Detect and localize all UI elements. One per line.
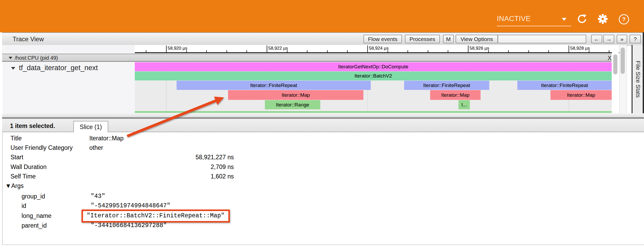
ruler-minor-tick: [488, 50, 489, 52]
file-size-stats-tab[interactable]: File Size Stats: [632, 45, 643, 113]
trace-slice-iterator-finiterepeat[interactable]: Iterator::FiniteRepeat: [177, 81, 371, 90]
ruler-minor-tick: [408, 50, 408, 52]
ruler-minor-tick: [569, 50, 569, 52]
detail-label-title: Title: [11, 135, 22, 142]
select-underline: [497, 26, 571, 26]
detail-value-user-friendly-category: other: [89, 144, 103, 151]
arg-label-long-name: long_name: [22, 212, 51, 219]
arg-value-parent-id: "-344106684136297288": [91, 222, 167, 229]
ruler-minor-tick: [468, 50, 468, 52]
detail-value-wall-duration: 2,709 ns: [108, 163, 234, 171]
trace-slice-iterator-map[interactable]: Iterator::Map: [550, 90, 612, 100]
detail-label-wall-duration: Wall Duration: [11, 163, 47, 171]
ruler-minor-tick: [508, 50, 509, 52]
panel-divider[interactable]: [2, 113, 644, 117]
trace-slice-iterator-batchv2[interactable]: Iterator::BatchV2: [135, 71, 612, 80]
run-status-select[interactable]: INACTIVE: [497, 13, 571, 26]
ruler-minor-tick: [347, 50, 348, 52]
ruler-minor-tick: [206, 50, 207, 52]
toolbar-button-m[interactable]: M: [443, 35, 454, 43]
trace-slice-iterator-map[interactable]: Iterator::Map: [430, 90, 481, 100]
collapse-track-icon[interactable]: [11, 67, 15, 70]
ruler-tick-label: 58,928 µs: [570, 46, 590, 51]
time-ruler: 58,920 µs58,922 µs58,924 µs58,926 µs58,9…: [135, 45, 626, 53]
process-header-row: /host:CPU (pid 49) X: [2, 54, 611, 62]
more-button[interactable]: »: [617, 35, 627, 43]
trace-slice-i[interactable]: I...: [458, 100, 470, 109]
ruler-major-tick: [367, 45, 368, 52]
nav-right-button[interactable]: →: [603, 35, 614, 43]
toolbar-button-processes[interactable]: Processes: [405, 35, 440, 43]
toolbar-button-flow-events[interactable]: Flow events: [363, 35, 402, 43]
ruler-tick-label: 58,924 µs: [369, 46, 389, 51]
detail-value-start: 58,921,227 ns: [108, 154, 234, 161]
ruler-minor-tick: [589, 50, 589, 52]
arg-label-parent-id: parent_id: [22, 222, 47, 229]
track-label-panel: tf_data_iterator_get_next: [3, 62, 135, 113]
trace-slice-iterator-range[interactable]: Iterator::Range: [265, 100, 320, 109]
tab-slice[interactable]: Slice (1): [73, 121, 108, 133]
ruler-minor-tick: [609, 50, 609, 52]
arg-label-id: id: [22, 202, 26, 209]
ruler-minor-tick: [428, 50, 428, 52]
ruler-minor-tick: [528, 50, 529, 52]
analysis-body: TitleIterator::MapUser Friendly Category…: [2, 132, 644, 245]
gear-icon[interactable]: [597, 14, 608, 24]
chevron-down-icon: [562, 18, 566, 21]
ruler-minor-tick: [548, 50, 549, 52]
help-glyph: ?: [622, 16, 626, 23]
trace-slice-iterator-finiterepeat[interactable]: Iterator::FiniteRepeat: [517, 81, 612, 90]
inner-scrollbar-thumb[interactable]: [613, 54, 617, 74]
ruler-tick-label: 58,920 µs: [168, 46, 187, 51]
detail-label-user-friendly-category: User Friendly Category: [11, 144, 73, 151]
refresh-icon[interactable]: [577, 14, 587, 24]
ruler-minor-tick: [388, 50, 388, 52]
ruler-minor-tick: [448, 50, 448, 52]
process-label: /host:CPU (pid 49): [15, 55, 58, 61]
args-section-header[interactable]: ▼Args: [5, 182, 24, 189]
ruler-minor-tick: [186, 50, 187, 52]
app-header: INACTIVE: [0, 0, 644, 32]
arg-label-group-id: group_id: [22, 193, 45, 200]
toolbar-help-button[interactable]: ?: [630, 35, 641, 43]
trace-slice-iterator-map[interactable]: Iterator::Map: [228, 90, 363, 100]
nav-left-button[interactable]: ←: [591, 35, 602, 43]
ruler-tick-label: 58,926 µs: [470, 46, 489, 51]
ruler-minor-tick: [287, 50, 287, 52]
detail-value-title: Iterator::Map: [89, 135, 123, 142]
ruler-minor-tick: [146, 50, 146, 52]
track-name: tf_data_iterator_get_next: [19, 64, 98, 72]
arg-value-group-id: "43": [91, 193, 105, 200]
trace-canvas[interactable]: IteratorGetNextOp::DoComputeIterator::Ba…: [135, 62, 612, 113]
panel-title: Trace View: [13, 35, 44, 43]
collapsed-track-baseline: [135, 111, 612, 113]
window-right-edge: [643, 32, 644, 119]
ruler-major-tick: [267, 45, 267, 52]
arg-value-long-name-highlighted: "Iterator::BatchV2::FiniteRepeat::Map": [81, 209, 230, 223]
outer-scrollbar-thumb[interactable]: [621, 48, 625, 74]
trace-viewer-page: INACTIVE: [0, 0, 644, 246]
ruler-minor-tick: [226, 50, 227, 52]
file-size-stats-label: File Size Stats: [635, 61, 641, 98]
ruler-minor-tick: [307, 50, 307, 52]
run-status-value: INACTIVE: [497, 15, 531, 23]
ruler-minor-tick: [246, 50, 247, 52]
ruler-minor-tick: [327, 50, 328, 52]
search-box[interactable]: [498, 35, 586, 43]
collapse-process-icon[interactable]: [9, 57, 12, 59]
trace-slice-iterator-finiterepeat[interactable]: Iterator::FiniteRepeat: [404, 81, 489, 90]
ruler-tick-label: 58,922 µs: [268, 46, 288, 51]
toolbar-button-view-options[interactable]: View Options: [456, 35, 498, 43]
trace-view-toolbar: Trace View Flow eventsProcessesMView Opt…: [2, 32, 643, 46]
detail-label-self-time: Self Time: [11, 173, 36, 180]
help-icon[interactable]: ?: [619, 14, 629, 25]
analysis-header: 1 item selected. Slice (1): [2, 119, 644, 132]
arg-value-id: "-5429951974994848647": [91, 202, 171, 209]
detail-label-start: Start: [11, 154, 23, 161]
selection-summary: 1 item selected.: [10, 122, 55, 130]
tab-slice-label: Slice (1): [80, 124, 102, 131]
ruler-major-tick: [166, 45, 167, 52]
detail-value-self-time: 1,602 ns: [108, 173, 234, 180]
trace-slice-iteratorgetnextop-docompute[interactable]: IteratorGetNextOp::DoCompute: [135, 62, 612, 71]
ruler-left-spacer: [2, 45, 135, 53]
